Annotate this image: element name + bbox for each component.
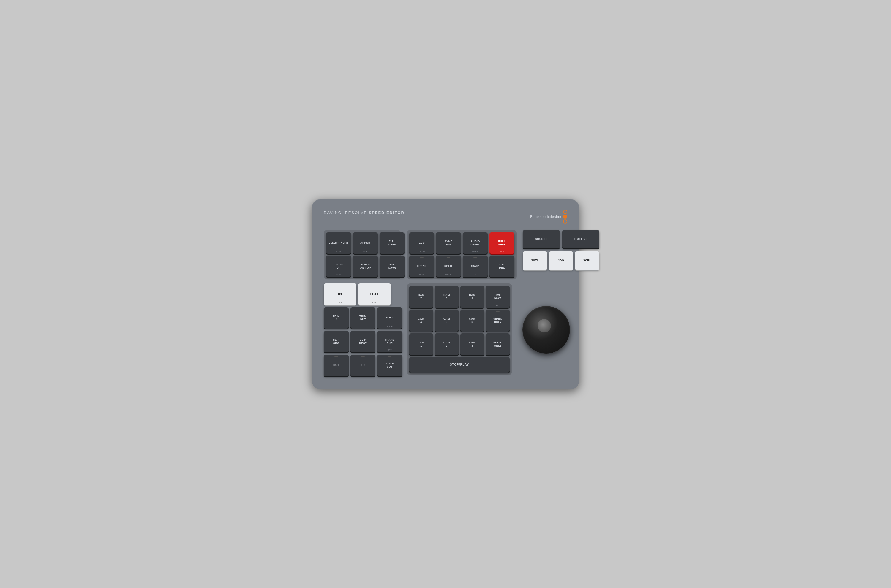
source-key[interactable]: SOURCE: [523, 230, 560, 249]
esc-key[interactable]: ESC UNDO: [409, 232, 434, 254]
bottom-center-keys: CAM7 CAM8 CAM9 LIVEO/WR RND: [407, 284, 512, 376]
place-on-top-key[interactable]: PLACEON TOP: [353, 255, 378, 277]
cam-row3: CAM1 CAM2 CAM3 AUDIOONLY: [409, 333, 509, 355]
trim-out-key[interactable]: TRIMOUT: [350, 307, 376, 328]
transport-row: SHTL JOG SCRL: [523, 251, 600, 270]
cut-row: CUT DIS SMTHCUT: [324, 355, 401, 376]
trans-key[interactable]: TRANS TITLE: [409, 255, 434, 277]
timeline-key[interactable]: TIMELINE: [562, 230, 600, 249]
top-right-keys: SOURCE TIMELINE SHTL JOG: [523, 230, 600, 270]
bottom-left-keys: IN CLR OUT CLR TRIMIN TRIMOUT: [324, 284, 401, 376]
cam8-key[interactable]: CAM8: [435, 286, 458, 308]
snap-key[interactable]: SNAP ≡: [463, 255, 488, 277]
jog-wheel-section: [518, 284, 574, 376]
center-keys-group: ESC UNDO SYNCBIN AUDIOLEVEL MARK: [407, 230, 517, 279]
brand-circle-3: [563, 219, 567, 224]
in-key[interactable]: IN CLR: [324, 284, 356, 305]
shtl-key[interactable]: SHTL: [523, 251, 547, 270]
top-center-keys: ESC UNDO SYNCBIN AUDIOLEVEL MARK: [407, 230, 517, 279]
trans-dur-key[interactable]: TRANSDUR SET: [377, 331, 402, 352]
cam1-key[interactable]: CAM1: [409, 333, 433, 355]
brand-logo: Blackmagicdesign: [530, 210, 567, 224]
dis-key[interactable]: DIS: [350, 355, 376, 376]
cam4-key[interactable]: CAM4: [409, 310, 433, 332]
full-view-key[interactable]: FULLVIEW RVW: [490, 232, 514, 254]
cam9-key[interactable]: CAM9: [460, 286, 484, 308]
ripl-owr-key[interactable]: RIPLO/WR: [380, 232, 404, 254]
brand-circle-2: [563, 214, 567, 219]
slip-row: SLIPSRC SLIPDEST TRANSDUR SET: [324, 331, 401, 352]
top-row: SMART INSRT CLIP APPND CLIP RIPLO/WR: [324, 230, 567, 279]
slip-src-key[interactable]: SLIPSRC: [324, 331, 349, 352]
roll-key[interactable]: ROLL SLIDE: [377, 307, 402, 328]
split-key[interactable]: SPLIT MOVE: [436, 255, 461, 277]
jog-key[interactable]: JOG: [549, 251, 573, 270]
brand-name: Blackmagicdesign: [530, 215, 561, 219]
bottom-row: IN CLR OUT CLR TRIMIN TRIMOUT: [324, 284, 567, 376]
brand-circle-1: [563, 210, 567, 214]
keyboard-layout: SMART INSRT CLIP APPND CLIP RIPLO/WR: [324, 230, 567, 376]
clip-keys-group: SMART INSRT CLIP APPND CLIP RIPLO/WR: [324, 230, 401, 279]
smth-cut-key[interactable]: SMTHCUT: [377, 355, 402, 376]
smart-insrt-key[interactable]: SMART INSRT CLIP: [326, 232, 351, 254]
trim-row: TRIMIN TRIMOUT ROLL SLIDE: [324, 307, 401, 328]
cam7-key[interactable]: CAM7: [409, 286, 433, 308]
cam2-key[interactable]: CAM2: [435, 333, 458, 355]
cam3-key[interactable]: CAM3: [460, 333, 484, 355]
device-title: DAVINCI RESOLVE SPEED EDITOR: [324, 210, 404, 215]
center-row1: ESC UNDO SYNCBIN AUDIOLEVEL MARK: [409, 232, 514, 254]
center-row2: TRANS TITLE SPLIT MOVE SNAP: [409, 255, 514, 277]
out-key[interactable]: OUT CLR: [358, 284, 391, 305]
stop-play-key[interactable]: STOP/PLAY: [409, 357, 509, 372]
scrl-key[interactable]: SCRL: [575, 251, 600, 270]
brand-icon: [563, 210, 567, 224]
jog-wheel[interactable]: [523, 306, 570, 354]
device-body: DAVINCI RESOLVE SPEED EDITOR Blackmagicd…: [312, 199, 579, 389]
cam5-key[interactable]: CAM5: [435, 310, 458, 332]
top-left-keys: SMART INSRT CLIP APPND CLIP RIPLO/WR: [324, 230, 401, 279]
clip-keys-row: SMART INSRT CLIP APPND CLIP RIPLO/WR: [326, 232, 398, 254]
sync-bin-key[interactable]: SYNCBIN: [436, 232, 461, 254]
inout-row: IN CLR OUT CLR: [324, 284, 401, 305]
ripl-del-key[interactable]: RIPLDEL: [490, 255, 514, 277]
audio-level-key[interactable]: AUDIOLEVEL MARK: [463, 232, 488, 254]
live-owr-key[interactable]: LIVEO/WR RND: [486, 286, 509, 308]
cam6-key[interactable]: CAM6: [460, 310, 484, 332]
close-up-key[interactable]: CLOSEUP YPOS: [326, 255, 351, 277]
trim-in-key[interactable]: TRIMIN: [324, 307, 349, 328]
device-header: DAVINCI RESOLVE SPEED EDITOR Blackmagicd…: [324, 210, 567, 224]
cam-row2: CAM4 CAM5 CAM6 VIDEOONLY: [409, 310, 509, 332]
source-timeline-row: SOURCE TIMELINE: [523, 230, 600, 249]
clip-keys-row2: CLOSEUP YPOS PLACEON TOP SRCO/WR: [326, 255, 398, 277]
cam-group: CAM7 CAM8 CAM9 LIVEO/WR RND: [407, 284, 512, 375]
src-owr-key[interactable]: SRCO/WR: [380, 255, 404, 277]
audio-only-key[interactable]: AUDIOONLY: [486, 333, 509, 355]
video-only-key[interactable]: VIDEOONLY: [486, 310, 509, 332]
appnd-key[interactable]: APPND CLIP: [353, 232, 378, 254]
cut-key[interactable]: CUT: [324, 355, 349, 376]
slip-dest-key[interactable]: SLIPDEST: [350, 331, 376, 352]
cam-row1: CAM7 CAM8 CAM9 LIVEO/WR RND: [409, 286, 509, 308]
